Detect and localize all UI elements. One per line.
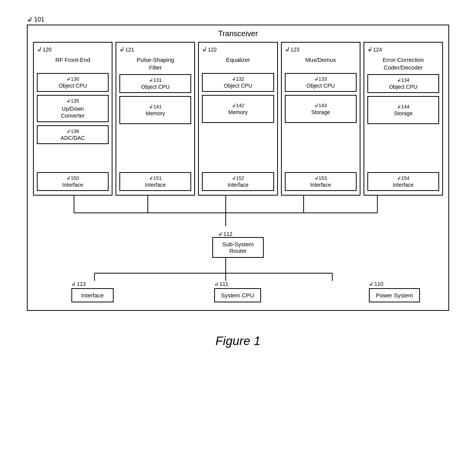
label-130: Object CPU xyxy=(59,83,87,89)
label-142: Memory xyxy=(228,109,248,115)
label-150: Interface xyxy=(62,182,83,188)
ref-132: ↲132 xyxy=(206,76,270,82)
box-111: System CPU xyxy=(214,288,261,302)
ref-136: ↲136 xyxy=(41,128,105,134)
box-144: ↲144 Storage xyxy=(367,96,439,124)
ref-110: ↲ 110 xyxy=(369,281,383,287)
col-title-122: Equalizer xyxy=(202,56,274,70)
ref-150: ↲150 xyxy=(41,175,105,181)
box-136: ↲136 ADC/DAC xyxy=(37,125,109,144)
ref-133: ↲133 xyxy=(289,76,353,82)
col-title-120: RF Front-End xyxy=(37,56,109,70)
label-152: Interface xyxy=(228,182,248,188)
router-label: Sub-SystemRouter xyxy=(222,241,254,254)
label-154: Interface xyxy=(393,182,413,188)
box-131: ↲131 Object CPU xyxy=(119,74,191,93)
ref-153: ↲153 xyxy=(289,175,353,181)
box-110: Power System xyxy=(369,288,420,302)
ref-152: ↲152 xyxy=(206,175,270,181)
ref-124: ↲ 124 xyxy=(367,46,439,53)
label-153: Interface xyxy=(310,182,331,188)
box-153: ↲153 Interface xyxy=(285,172,357,191)
ref-122: ↲ 122 xyxy=(202,46,274,53)
box-143: ↲143 Storage xyxy=(285,95,357,123)
box-154: ↲154 Interface xyxy=(367,172,439,191)
label-143: Storage xyxy=(311,109,330,115)
label-111: System CPU xyxy=(221,292,254,299)
checkmark-101: ↲ xyxy=(27,15,33,24)
outer-box: Transceiver ↲ 120 RF Front-End ↲130 Obje… xyxy=(27,25,449,311)
label-132: Object CPU xyxy=(224,83,252,89)
box-150: ↲150 Interface xyxy=(37,172,109,191)
col-rf-frontend: ↲ 120 RF Front-End ↲130 Object CPU ↲135 … xyxy=(33,42,112,196)
label-110: Power System xyxy=(376,292,413,299)
label-131: Object CPU xyxy=(141,84,170,90)
router-to-system-svg xyxy=(33,258,443,281)
box-130: ↲130 Object CPU xyxy=(37,73,109,92)
ref-123: ↲ 123 xyxy=(285,46,357,53)
label-135: Up/DownConverter xyxy=(61,106,84,119)
ref-144: ↲144 xyxy=(371,104,435,110)
ref-111: ↲ 111 xyxy=(214,281,228,287)
figure-caption: Figure 1 xyxy=(215,334,260,348)
ref-131: ↲131 xyxy=(123,77,187,83)
box-141: ↲141 Memory xyxy=(119,96,191,124)
outer-ref-num: 101 xyxy=(34,16,45,23)
label-141: Memory xyxy=(146,110,165,116)
system-item-111: ↲ 111 System CPU xyxy=(214,281,261,302)
box-134: ↲134 Object CPU xyxy=(367,74,439,93)
label-151: Interface xyxy=(145,182,166,188)
col-title-121: Pulse-ShapingFilter xyxy=(119,56,191,71)
ref-130: ↲130 xyxy=(41,76,105,82)
ref-143: ↲143 xyxy=(289,103,353,108)
ref-141: ↲141 xyxy=(123,104,187,110)
ref-142: ↲142 xyxy=(206,103,270,108)
box-152: ↲152 Interface xyxy=(202,172,274,191)
col-equalizer: ↲ 122 Equalizer ↲132 Object CPU ↲142 Mem… xyxy=(198,42,278,196)
col-title-124: Error-CorrectionCoder/Decoder xyxy=(367,56,439,71)
transceiver-title: Transceiver xyxy=(33,29,443,38)
ref-112: ↲ 112 xyxy=(218,231,232,237)
col-title-123: Mux/Demux xyxy=(285,56,357,70)
ref-135: ↲135 xyxy=(41,98,105,105)
router-section: ↲ 112 Sub-SystemRouter xyxy=(33,231,443,258)
outer-ref-label: ↲ 101 xyxy=(27,15,449,24)
ref-134: ↲134 xyxy=(371,77,435,83)
box-113: Interface xyxy=(71,288,114,302)
system-item-113: ↲ 113 Interface xyxy=(71,281,114,302)
diagram-area: ↲ 101 Transceiver ↲ 120 RF Front-End ↲13… xyxy=(27,15,449,311)
ref-120: ↲ 120 xyxy=(37,46,109,53)
col-error-correction: ↲ 124 Error-CorrectionCoder/Decoder ↲134… xyxy=(364,42,443,196)
ref-151: ↲151 xyxy=(123,175,187,181)
ref-121: ↲ 121 xyxy=(119,46,191,53)
ref-154: ↲154 xyxy=(371,175,435,181)
box-135: ↲135 Up/DownConverter xyxy=(37,95,109,122)
box-151: ↲151 Interface xyxy=(119,172,191,191)
box-132: ↲132 Object CPU xyxy=(202,73,274,92)
label-133: Object CPU xyxy=(306,83,335,89)
connection-lines-svg xyxy=(33,196,443,234)
label-134: Object CPU xyxy=(389,84,417,90)
label-136: ADC/DAC xyxy=(61,135,85,141)
label-113: Interface xyxy=(81,292,104,299)
system-item-110: ↲ 110 Power System xyxy=(369,281,420,302)
col-mux-demux: ↲ 123 Mux/Demux ↲133 Object CPU ↲143 Sto… xyxy=(281,42,360,196)
columns-row: ↲ 120 RF Front-End ↲130 Object CPU ↲135 … xyxy=(33,42,443,196)
col-pulse-shaping: ↲ 121 Pulse-ShapingFilter ↲131 Object CP… xyxy=(116,42,195,196)
box-142: ↲142 Memory xyxy=(202,95,274,123)
ref-113: ↲ 113 xyxy=(71,281,86,287)
system-items-row: ↲ 113 Interface ↲ 111 System CPU xyxy=(33,281,443,302)
router-box: Sub-SystemRouter xyxy=(212,237,264,258)
label-144: Storage xyxy=(394,110,413,116)
box-133: ↲133 Object CPU xyxy=(285,73,357,92)
